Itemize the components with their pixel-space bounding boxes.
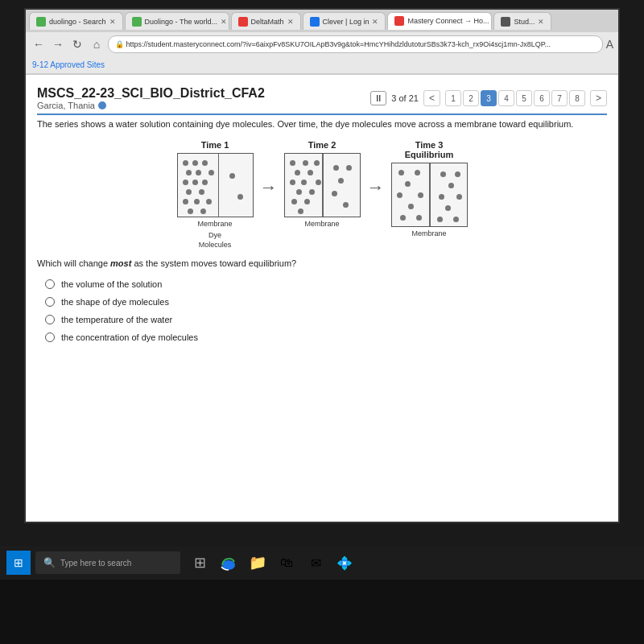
right-header: II 3 of 21 < 1 2 3 4 5 6 7 8 > — [370, 90, 607, 106]
dot — [456, 194, 462, 200]
dot — [290, 180, 295, 185]
tab-label: Clever | Log in — [323, 18, 369, 26]
dot — [448, 183, 454, 188]
tab-mastery-connect[interactable]: Mastery Connect → Ho... ✕ — [387, 12, 492, 30]
refresh-button[interactable]: ↻ — [69, 36, 85, 52]
dot — [440, 171, 446, 177]
dot — [303, 160, 308, 166]
option-4[interactable]: the concentration of dye molecules — [45, 332, 607, 342]
address-bar[interactable]: 🔒 https://student.masteryconnect.com/?iv… — [108, 35, 603, 53]
tab-clever[interactable]: Clever | Log in ✕ — [303, 12, 386, 30]
dot — [346, 165, 352, 171]
page-num-4[interactable]: 4 — [498, 90, 514, 106]
tab-label: duolingo - Search — [49, 18, 106, 26]
page-num-1[interactable]: 1 — [445, 90, 461, 106]
radio-1[interactable] — [45, 279, 55, 289]
taskbar-app-store[interactable]: 🛍 — [275, 551, 298, 574]
tab-close[interactable]: ✕ — [372, 18, 378, 26]
taskbar-app-folder[interactable]: 📁 — [246, 551, 269, 574]
radio-4[interactable] — [45, 332, 55, 342]
search-icon: 🔍 — [43, 557, 56, 568]
taskbar-app-teams[interactable]: 💠 — [333, 551, 356, 574]
taskbar-app-grid[interactable]: ⊞ — [188, 551, 211, 574]
dot — [295, 170, 300, 175]
radio-3[interactable] — [45, 315, 55, 324]
user-status-dot — [98, 101, 106, 109]
forward-button[interactable]: → — [50, 36, 66, 52]
dot — [309, 189, 315, 195]
page-header: MSCS_22-23_SCI_BIO_District_CFA2 Garcia,… — [37, 83, 607, 115]
dot — [202, 180, 208, 185]
bookmark-label[interactable]: 9-12 Approved Sites — [32, 60, 105, 69]
pause-button[interactable]: II — [370, 91, 386, 105]
dot — [408, 204, 414, 209]
radio-2[interactable] — [45, 297, 55, 307]
bookmarks-bar: 9-12 Approved Sites — [26, 56, 618, 74]
page-title: MSCS_22-23_SCI_BIO_District_CFA2 — [37, 86, 265, 101]
next-page-button[interactable]: > — [590, 90, 607, 106]
option-1[interactable]: the volume of the solution — [45, 279, 607, 289]
dot — [415, 170, 420, 175]
tab-duolingo-world[interactable]: Duolingo - The world... ✕ — [125, 12, 229, 30]
tab-label: Duolingo - The world... — [145, 18, 217, 26]
lock-icon: 🔒 — [115, 40, 124, 48]
dye-molecules-label: DyeMolecules — [199, 231, 232, 250]
dot — [416, 215, 422, 221]
tab-close[interactable]: ✕ — [287, 18, 294, 26]
start-button[interactable]: ⊞ — [6, 551, 31, 575]
tab-deltamath[interactable]: DeltaMath ✕ — [231, 12, 301, 30]
prev-page-button[interactable]: < — [423, 90, 440, 106]
windows-icon: ⊞ — [14, 556, 23, 569]
dot — [202, 160, 208, 166]
dot — [194, 199, 200, 204]
address-bar-row: ← → ↻ ⌂ 🔒 https://student.masteryconnect… — [26, 32, 618, 56]
dot — [343, 202, 349, 208]
dot — [314, 160, 320, 166]
page-num-2[interactable]: 2 — [463, 90, 479, 106]
page-num-8[interactable]: 8 — [569, 90, 585, 106]
dot — [208, 170, 214, 175]
diagram-box-3 — [391, 163, 468, 227]
tab-close[interactable]: ✕ — [221, 18, 227, 26]
tab-bar: duolingo - Search ✕ Duolingo - The world… — [26, 10, 618, 32]
tab-duolingo-search[interactable]: duolingo - Search ✕ — [29, 12, 123, 30]
page-num-3[interactable]: 3 — [481, 90, 497, 106]
tab-favicon — [310, 17, 320, 27]
dot — [192, 160, 198, 166]
dot — [398, 170, 404, 175]
membrane-label-3: Membrane — [411, 229, 446, 237]
taskbar-app-edge[interactable] — [217, 551, 240, 574]
membrane-label-1: Membrane — [197, 220, 232, 228]
dot — [308, 170, 313, 175]
dot — [206, 199, 212, 204]
options-list: the volume of the solution the shape of … — [45, 279, 607, 342]
dot — [196, 170, 201, 175]
dot — [192, 180, 198, 185]
question-intro: The series shows a water solution contai… — [37, 118, 607, 130]
taskbar-search-bar[interactable]: 🔍 Type here to search — [35, 551, 180, 574]
home-button[interactable]: ⌂ — [89, 36, 105, 52]
back-button[interactable]: ← — [31, 36, 47, 52]
page-num-6[interactable]: 6 — [534, 90, 550, 106]
dot — [301, 180, 307, 185]
tab-label: Stud... — [514, 18, 535, 26]
page-num-7[interactable]: 7 — [551, 90, 568, 106]
tab-close[interactable]: ✕ — [538, 18, 544, 26]
monitor-base — [0, 580, 644, 644]
option-3[interactable]: the temperature of the water — [45, 315, 607, 324]
question-text: Which will change most as the system mov… — [37, 257, 607, 270]
option-label-2: the shape of dye molecules — [61, 297, 169, 307]
tab-favicon — [238, 17, 248, 27]
dot — [298, 208, 303, 214]
membrane-line-3 — [429, 163, 431, 226]
dot — [199, 189, 204, 195]
dot — [400, 215, 406, 221]
taskbar-app-mail[interactable]: ✉ — [304, 551, 327, 574]
tab-close[interactable]: ✕ — [109, 18, 116, 26]
dot — [186, 170, 192, 175]
tab-stud[interactable]: Stud... ✕ — [493, 12, 551, 30]
dot — [316, 180, 321, 185]
option-2[interactable]: the shape of dye molecules — [45, 297, 607, 307]
diagram-time3: Time 3Equilibrium — [391, 140, 468, 237]
page-num-5[interactable]: 5 — [516, 90, 532, 106]
